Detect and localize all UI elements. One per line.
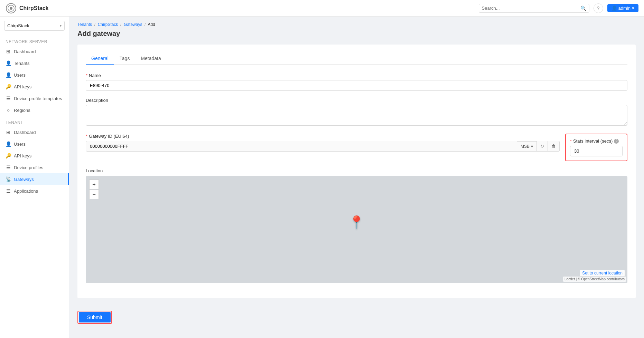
map-zoom-out-button[interactable]: − [89,190,99,199]
sidebar-item-label: Dashboard [14,49,36,54]
sidebar-item-t-gateways[interactable]: 📡 Gateways [0,173,69,185]
stats-interval-label: * Stats interval (secs) ? [570,138,623,144]
msb-chevron-icon: ▾ [531,144,533,149]
header: ChirpStack 🔍 ? 👤 admin ▾ [0,0,644,17]
sidebar-item-label: Regions [14,108,30,113]
sidebar-item-ns-device-profiles[interactable]: ☰ Device-profile templates [0,93,69,104]
tenant-chevron-icon: ▾ [60,24,62,28]
stats-help-icon[interactable]: ? [614,139,619,144]
logo-text: ChirpStack [19,5,48,11]
stats-interval-col: * Stats interval (secs) ? [565,134,627,161]
gateways-icon: 📡 [6,176,11,182]
main-content: Tenants / ChirpStack / Gateways / Add Ad… [69,17,644,338]
api-keys-icon: 🔑 [6,153,11,158]
description-input[interactable] [86,105,627,126]
name-input[interactable] [86,80,627,91]
regions-icon: ○ [6,107,11,113]
name-required-star: * [86,73,87,78]
name-label: * Name [86,73,627,78]
network-server-section-title: Network Server [0,35,69,46]
sidebar-item-label: Gateways [14,177,34,182]
gateway-id-msb-selector[interactable]: MSB ▾ [517,141,537,152]
submit-section: Submit [77,305,636,329]
user-icon: 👤 [612,6,617,11]
sidebar-item-ns-users[interactable]: 👤 Users [0,69,69,81]
tenant-select-display[interactable]: ChirpStack ▾ [4,21,65,31]
search-box[interactable]: 🔍 [479,4,589,13]
gateway-id-required-star: * [86,134,87,139]
api-keys-icon: 🔑 [6,84,11,89]
gateway-id-input[interactable] [86,141,517,152]
sidebar-item-t-device-profiles[interactable]: ☰ Device profiles [0,162,69,173]
admin-button[interactable]: 👤 admin ▾ [607,4,638,12]
sidebar-item-ns-dashboard[interactable]: ⊞ Dashboard [0,46,69,57]
sidebar-item-ns-tenants[interactable]: 👤 Tenants [0,57,69,69]
sidebar-item-label: API keys [14,153,31,158]
submit-button-wrapper: Submit [77,311,112,324]
breadcrumb-gateways[interactable]: Gateways [124,22,142,27]
sidebar-item-label: Applications [14,189,38,194]
map-marker: 📍 [349,215,364,230]
dashboard-icon: ⊞ [6,49,11,54]
sidebar-item-t-api-keys[interactable]: 🔑 API keys [0,150,69,162]
breadcrumb-add: Add [148,22,155,27]
help-button[interactable]: ? [594,3,603,13]
gateway-stats-row: * Gateway ID (EUI64) MSB ▾ ↻ 🗑 [86,134,627,161]
map-placeholder [86,176,627,283]
map-controls: + − [89,180,99,199]
sidebar-item-label: Device-profile templates [14,96,62,101]
header-left: ChirpStack [6,3,48,14]
chevron-down-icon: ▾ [632,6,634,11]
search-button[interactable]: 🔍 [580,6,586,11]
sidebar-item-label: Users [14,142,26,147]
device-profiles-icon: ☰ [6,96,11,101]
stats-required-star: * [570,138,572,144]
search-input[interactable] [482,6,580,11]
form-card: General Tags Metadata * Name Description [77,45,636,298]
layout: ChirpStack ▾ Network Server ⊞ Dashboard … [0,17,644,338]
description-label: Description [86,98,627,103]
map-attribution: Leaflet | © OpenStreetMap contributors [563,277,626,282]
users-icon: 👤 [6,72,11,78]
gateway-id-refresh-button[interactable]: ↻ [537,141,548,152]
name-field-group: * Name [86,73,627,91]
header-right: 🔍 ? 👤 admin ▾ [479,3,638,13]
stats-interval-box: * Stats interval (secs) ? [565,134,627,161]
admin-label: admin [618,6,631,11]
page-title: Add gateway [77,30,636,38]
gateway-id-col: * Gateway ID (EUI64) MSB ▾ ↻ 🗑 [86,134,560,152]
tenant-section-title: Tenant [0,116,69,126]
users-icon: 👤 [6,141,11,147]
tab-general[interactable]: General [86,53,114,65]
tenant-selector[interactable]: ChirpStack ▾ [0,17,69,35]
sidebar-item-ns-api-keys[interactable]: 🔑 API keys [0,81,69,93]
submit-button[interactable]: Submit [79,312,111,322]
sidebar-item-label: Device profiles [14,165,43,170]
sidebar-item-ns-regions[interactable]: ○ Regions [0,104,69,116]
map-zoom-in-button[interactable]: + [89,180,99,189]
sidebar: ChirpStack ▾ Network Server ⊞ Dashboard … [0,17,69,338]
location-label: Location [86,168,627,173]
sidebar-item-label: Users [14,73,26,78]
sidebar-item-t-dashboard[interactable]: ⊞ Dashboard [0,126,69,138]
tab-metadata[interactable]: Metadata [135,53,166,65]
stats-interval-input[interactable] [570,146,623,156]
sidebar-item-t-users[interactable]: 👤 Users [0,138,69,150]
tab-tags[interactable]: Tags [114,53,136,65]
tenant-select-value: ChirpStack [7,23,29,28]
sidebar-item-t-applications[interactable]: ☰ Applications [0,185,69,197]
location-field-group: Location + − 📍 Set to current location L… [86,168,627,283]
sidebar-item-label: API keys [14,84,31,89]
map-container[interactable]: + − 📍 Set to current location Leaflet | … [86,176,627,283]
svg-point-2 [10,7,12,10]
breadcrumb: Tenants / ChirpStack / Gateways / Add [77,22,636,27]
set-current-location-link[interactable]: Set to current location [580,270,625,276]
breadcrumb-chirpstack[interactable]: ChirpStack [98,22,118,27]
device-profiles-icon: ☰ [6,165,11,170]
breadcrumb-tenants[interactable]: Tenants [77,22,92,27]
gateway-id-copy-button[interactable]: 🗑 [548,141,560,152]
tenants-icon: 👤 [6,60,11,66]
description-field-group: Description [86,98,627,127]
dashboard-icon: ⊞ [6,129,11,135]
sidebar-item-label: Dashboard [14,130,36,135]
